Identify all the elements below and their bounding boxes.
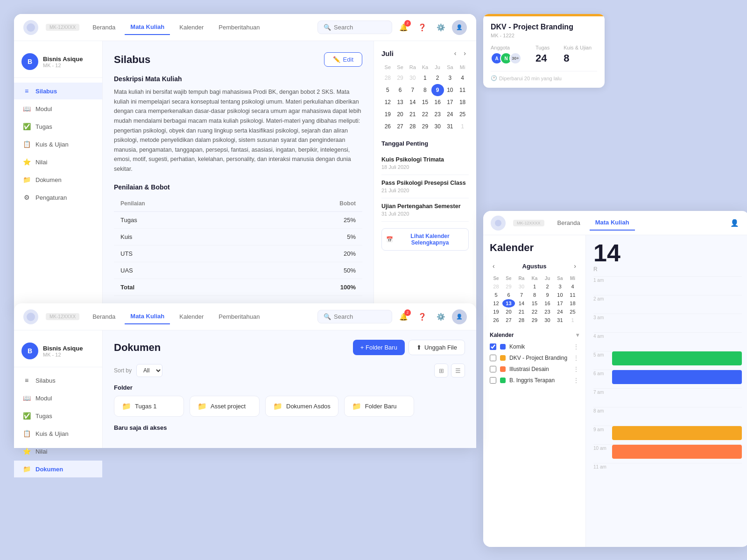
cal-day[interactable]: 21 xyxy=(406,108,419,120)
cal-checkbox[interactable] xyxy=(490,343,496,350)
sidebar2-modul[interactable]: 📖 Modul xyxy=(14,390,102,406)
cal-day[interactable]: 22 xyxy=(419,108,431,120)
folder-card[interactable]: 📁Dokumen Asdos xyxy=(265,396,338,417)
event-bar[interactable] xyxy=(612,426,742,440)
help-icon[interactable]: ❓ xyxy=(415,20,430,35)
cal-prev[interactable]: ‹ xyxy=(451,49,459,58)
search-box-2[interactable]: 🔍 xyxy=(317,310,392,323)
cal-day[interactable]: 17 xyxy=(554,299,566,308)
cal-day[interactable]: 30 xyxy=(541,316,554,324)
sidebar-item-tugas[interactable]: ✅ Tugas xyxy=(14,118,102,135)
cal-day[interactable]: 19 xyxy=(490,308,502,316)
cal-day[interactable]: 26 xyxy=(381,120,394,133)
cal-day[interactable]: 27 xyxy=(502,316,515,324)
cal-day[interactable]: 3 xyxy=(444,72,457,84)
cal-day[interactable]: 7 xyxy=(406,84,419,96)
more-icon[interactable]: ⋮ xyxy=(573,377,579,384)
rpb-avatar[interactable]: 👤 xyxy=(727,216,742,231)
sidebar2-tugas[interactable]: ✅ Tugas xyxy=(14,407,102,424)
cal-day[interactable]: 4 xyxy=(456,72,469,84)
cal-day[interactable]: 29 xyxy=(419,120,431,133)
cal-day[interactable]: 31 xyxy=(444,120,457,133)
sidebar2-silabus[interactable]: ≡ Silabus xyxy=(14,372,102,389)
cal-day[interactable]: 27 xyxy=(394,120,407,133)
cal-day[interactable]: 1 xyxy=(566,316,579,324)
sidebar-item-silabus[interactable]: ≡ Silabus xyxy=(14,83,102,99)
cal-day[interactable]: 8 xyxy=(528,291,541,299)
more-icon[interactable]: ⋮ xyxy=(573,343,579,350)
search-input-1[interactable] xyxy=(334,24,386,31)
folder-card[interactable]: 📁Tugas 1 xyxy=(114,396,184,417)
cal-day[interactable]: 2 xyxy=(431,72,444,84)
sort-select[interactable]: All xyxy=(136,364,162,377)
cal-next[interactable]: › xyxy=(461,49,469,58)
search-input-2[interactable] xyxy=(334,313,386,320)
rpb-beranda[interactable]: Beranda xyxy=(552,216,586,230)
nav-kalender[interactable]: Kalender xyxy=(174,20,209,35)
cal-day[interactable]: 12 xyxy=(381,96,394,108)
settings-icon[interactable]: ⚙️ xyxy=(433,20,448,35)
folder-card[interactable]: 📁Folder Baru xyxy=(344,396,414,417)
cal-checkbox[interactable] xyxy=(490,355,496,361)
cal-day[interactable]: 6 xyxy=(394,84,407,96)
nav-pemberitahuan-2[interactable]: Pemberitahuan xyxy=(213,309,265,324)
nav-beranda-2[interactable]: Beranda xyxy=(87,309,121,324)
cal-day[interactable]: 21 xyxy=(515,308,528,316)
cal-day[interactable]: 13 xyxy=(394,96,407,108)
event-bar[interactable] xyxy=(612,370,742,384)
event-bar[interactable] xyxy=(612,445,742,459)
cal-day[interactable]: 15 xyxy=(419,96,431,108)
cal-day[interactable]: 5 xyxy=(490,291,502,299)
avatar-2[interactable]: 👤 xyxy=(452,309,467,324)
cal-day[interactable]: 8 xyxy=(419,84,431,96)
cal-day[interactable]: 29 xyxy=(502,282,515,291)
more-icon[interactable]: ⋮ xyxy=(573,355,579,361)
cal-day[interactable]: 9 xyxy=(431,84,444,96)
sidebar-item-kuis[interactable]: 📋 Kuis & Ujian xyxy=(14,136,102,153)
rpb-cal-next[interactable]: › xyxy=(571,261,579,271)
nav-beranda[interactable]: Beranda xyxy=(87,20,121,35)
cal-day[interactable]: 19 xyxy=(381,108,394,120)
cal-day[interactable]: 20 xyxy=(394,108,407,120)
grid-view-button[interactable]: ⊞ xyxy=(434,364,448,378)
sidebar2-dokumen[interactable]: 📁 Dokumen xyxy=(14,461,102,477)
list-view-button[interactable]: ☰ xyxy=(451,364,465,378)
cal-day[interactable]: 23 xyxy=(431,108,444,120)
cal-checkbox[interactable] xyxy=(490,377,496,384)
cal-day[interactable]: 24 xyxy=(444,108,457,120)
cal-day[interactable]: 11 xyxy=(456,84,469,96)
cal-day[interactable]: 30 xyxy=(406,72,419,84)
unggah-file-button[interactable]: ⬆ Unggah File xyxy=(409,340,465,355)
cal-day[interactable]: 16 xyxy=(541,299,554,308)
cal-day[interactable]: 30 xyxy=(431,120,444,133)
cal-day[interactable]: 28 xyxy=(515,316,528,324)
nav-kalender-2[interactable]: Kalender xyxy=(174,309,209,324)
search-box-1[interactable]: 🔍 xyxy=(317,21,392,34)
cal-day[interactable]: 1 xyxy=(419,72,431,84)
sidebar2-kuis[interactable]: 📋 Kuis & Ujian xyxy=(14,425,102,442)
cal-day[interactable]: 2 xyxy=(541,282,554,291)
notification-icon-2[interactable]: 🔔 2 xyxy=(396,309,411,324)
folder-card[interactable]: 📁Asset project xyxy=(190,396,260,417)
cal-day[interactable]: 1 xyxy=(456,120,469,133)
cal-day[interactable]: 18 xyxy=(566,299,579,308)
cal-day[interactable]: 12 xyxy=(490,299,502,308)
avatar[interactable]: 👤 xyxy=(452,20,467,35)
settings-icon-2[interactable]: ⚙️ xyxy=(433,309,448,324)
cal-day[interactable]: 16 xyxy=(431,96,444,108)
cal-day[interactable]: 14 xyxy=(515,299,528,308)
cal-day[interactable]: 29 xyxy=(394,72,407,84)
cal-day[interactable]: 4 xyxy=(566,282,579,291)
cal-day[interactable]: 10 xyxy=(554,291,566,299)
cal-day[interactable]: 13 xyxy=(502,299,515,308)
notification-icon[interactable]: 🔔 2 xyxy=(396,20,411,35)
cal-day[interactable]: 22 xyxy=(528,308,541,316)
more-icon[interactable]: ⋮ xyxy=(573,366,579,372)
cal-day[interactable]: 24 xyxy=(554,308,566,316)
cal-day[interactable]: 23 xyxy=(541,308,554,316)
cal-day[interactable]: 25 xyxy=(566,308,579,316)
cal-day[interactable]: 17 xyxy=(444,96,457,108)
cal-day[interactable]: 29 xyxy=(528,316,541,324)
cal-day[interactable]: 28 xyxy=(490,282,502,291)
cal-day[interactable]: 25 xyxy=(456,108,469,120)
